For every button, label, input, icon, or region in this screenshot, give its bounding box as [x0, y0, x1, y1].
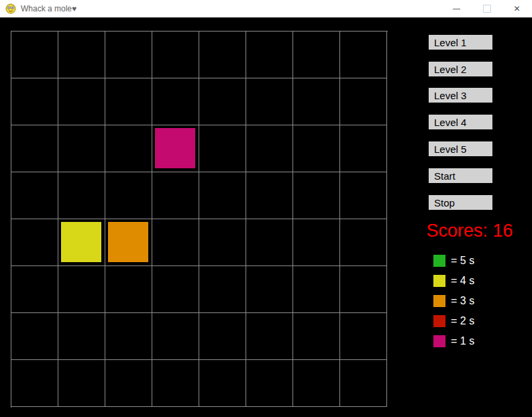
board-cell[interactable]: [11, 219, 58, 266]
app-window: Whack a mole♥ ✕ Level 1 Level 2 Level 3 …: [0, 0, 532, 417]
board-cell[interactable]: [199, 125, 246, 172]
board-cell[interactable]: [152, 125, 199, 172]
board-cell[interactable]: [152, 313, 199, 360]
game-board[interactable]: [11, 31, 388, 408]
board-cell[interactable]: [199, 266, 246, 313]
board-cell[interactable]: [246, 125, 293, 172]
legend-row: = 2 s: [433, 315, 474, 327]
legend-color-swatch: [433, 335, 445, 347]
board-cell[interactable]: [246, 78, 293, 125]
stop-button[interactable]: Stop: [429, 195, 492, 210]
title-bar: Whack a mole♥ ✕: [0, 0, 532, 17]
board-cell[interactable]: [152, 172, 199, 219]
score-value: 16: [493, 221, 513, 241]
board-cell[interactable]: [246, 360, 293, 407]
score-label: Scores:: [426, 221, 488, 241]
board-cell[interactable]: [293, 32, 340, 78]
app-icon: [5, 3, 16, 14]
board-cell[interactable]: [105, 172, 152, 219]
board-cell[interactable]: [340, 125, 387, 172]
legend-color-swatch: [433, 315, 445, 327]
level-2-button[interactable]: Level 2: [429, 62, 492, 76]
board-cell[interactable]: [105, 266, 152, 313]
board-cell[interactable]: [246, 172, 293, 219]
board-cell[interactable]: [199, 78, 246, 125]
board-cell[interactable]: [340, 78, 387, 125]
level-4-button[interactable]: Level 4: [429, 115, 492, 129]
board-cell[interactable]: [340, 219, 387, 266]
board-cell[interactable]: [11, 78, 58, 125]
legend-color-swatch: [433, 255, 445, 267]
board-cell[interactable]: [58, 125, 105, 172]
maximize-icon: [483, 5, 491, 13]
level-1-button[interactable]: Level 1: [429, 35, 492, 50]
board-cell[interactable]: [152, 78, 199, 125]
legend-label: = 2 s: [451, 315, 474, 327]
minimize-button[interactable]: [441, 0, 472, 17]
board-cell[interactable]: [293, 125, 340, 172]
maximize-button[interactable]: [472, 0, 502, 17]
board-cell[interactable]: [58, 266, 105, 313]
board-cell[interactable]: [105, 313, 152, 360]
board-cell[interactable]: [105, 78, 152, 125]
color-legend: = 5 s= 4 s= 3 s= 2 s= 1 s: [433, 255, 474, 347]
board-cell[interactable]: [199, 313, 246, 360]
board-cell[interactable]: [293, 360, 340, 407]
board-cell[interactable]: [58, 313, 105, 360]
legend-label: = 5 s: [451, 255, 474, 267]
board-cell[interactable]: [340, 313, 387, 360]
board-cell[interactable]: [293, 172, 340, 219]
mole[interactable]: [155, 128, 195, 168]
mole[interactable]: [61, 222, 101, 262]
board-cell[interactable]: [293, 266, 340, 313]
board-cell[interactable]: [11, 125, 58, 172]
board-cell[interactable]: [152, 219, 199, 266]
board-cell[interactable]: [340, 360, 387, 407]
board-cell[interactable]: [58, 32, 105, 78]
board-cell[interactable]: [152, 360, 199, 407]
board-cell[interactable]: [58, 78, 105, 125]
board-cell[interactable]: [340, 266, 387, 313]
board-cell[interactable]: [11, 360, 58, 407]
board-cell[interactable]: [152, 32, 199, 78]
board-cell[interactable]: [105, 360, 152, 407]
board-cell[interactable]: [105, 219, 152, 266]
mole[interactable]: [108, 222, 148, 262]
start-button[interactable]: Start: [429, 168, 492, 183]
board-cell[interactable]: [340, 172, 387, 219]
board-cell[interactable]: [293, 78, 340, 125]
board-cell[interactable]: [105, 125, 152, 172]
board-cell[interactable]: [58, 172, 105, 219]
board-cell[interactable]: [11, 172, 58, 219]
legend-label: = 1 s: [451, 335, 474, 347]
board-cell[interactable]: [58, 360, 105, 407]
level-3-button[interactable]: Level 3: [429, 88, 492, 103]
board-cell[interactable]: [246, 32, 293, 78]
legend-row: = 5 s: [433, 255, 474, 267]
close-button[interactable]: ✕: [502, 0, 532, 17]
board-cell[interactable]: [11, 266, 58, 313]
board-cell[interactable]: [246, 313, 293, 360]
legend-row: = 1 s: [433, 335, 474, 347]
board-cell[interactable]: [293, 219, 340, 266]
board-cell[interactable]: [199, 360, 246, 407]
minimize-icon: [453, 9, 460, 9]
board-cell[interactable]: [199, 172, 246, 219]
board-cell[interactable]: [105, 32, 152, 78]
legend-row: = 3 s: [433, 295, 474, 307]
board-cell[interactable]: [293, 313, 340, 360]
board-cell[interactable]: [340, 32, 387, 78]
board-cell[interactable]: [58, 219, 105, 266]
board-cell[interactable]: [199, 219, 246, 266]
board-cell[interactable]: [199, 32, 246, 78]
board-cell[interactable]: [11, 32, 58, 78]
board-cell[interactable]: [246, 219, 293, 266]
score-text: Scores: 16: [407, 221, 532, 241]
legend-color-swatch: [433, 295, 445, 307]
level-5-button[interactable]: Level 5: [429, 141, 492, 156]
close-icon: ✕: [513, 5, 520, 13]
legend-label: = 3 s: [451, 295, 474, 307]
board-cell[interactable]: [11, 313, 58, 360]
board-cell[interactable]: [246, 266, 293, 313]
board-cell[interactable]: [152, 266, 199, 313]
